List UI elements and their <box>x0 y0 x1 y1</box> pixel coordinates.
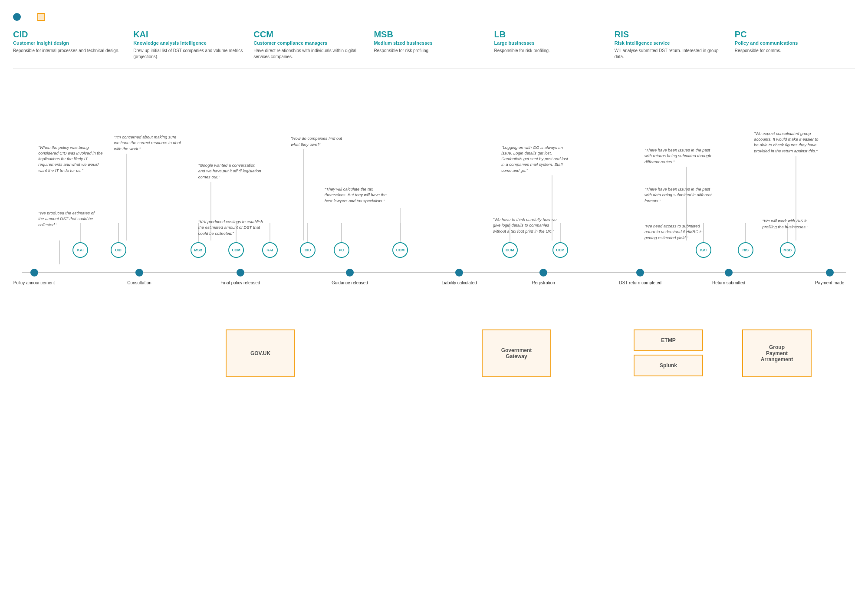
quote-connector-5 <box>552 175 552 240</box>
milestone-label-3: Guidance released <box>332 280 368 285</box>
team-col-pc: PC Policy and communications Responsible… <box>735 30 855 60</box>
team-desc: Responsible for risk profiling. <box>374 48 485 54</box>
milestone-dot-4 <box>455 269 463 277</box>
systems-square-icon <box>37 13 45 21</box>
team-acronym: CCM <box>253 30 365 40</box>
quote-10: "There have been issues in the past with… <box>644 186 712 204</box>
quote-3: "Google wanted a conversation and we hav… <box>198 162 261 180</box>
milestones-legend <box>13 13 24 21</box>
milestone-dot-7 <box>725 269 733 277</box>
team-acronym: RIS <box>615 30 726 40</box>
team-acronym: KAI <box>133 30 245 40</box>
milestone-circle-icon <box>13 13 21 21</box>
team-name: Large businesses <box>494 40 606 46</box>
quote-connector-1 <box>126 154 127 240</box>
tag-circle-cid-5: CID <box>300 242 316 258</box>
quote-connector-4 <box>400 208 401 240</box>
quotes-area: Policy announcementConsultationFinal pol… <box>13 82 855 308</box>
team-desc: Responsible for comms. <box>735 48 846 54</box>
teams-row: CID Customer insight design Reponsible f… <box>13 30 855 69</box>
milestone-dot-8 <box>826 269 834 277</box>
tag-circle-ccm-3: CCM <box>228 242 244 258</box>
team-name: Knowledge analysis intelligence <box>133 40 245 46</box>
milestone-label-5: Registration <box>532 280 555 285</box>
team-name: Policy and communications <box>735 40 846 46</box>
team-desc: Drew up initial list of DST companies an… <box>133 48 245 60</box>
team-desc: Will analyse submitted DST return. Inter… <box>615 48 726 60</box>
quote-connector-2 <box>210 182 211 240</box>
connector-line-1 <box>118 223 118 242</box>
quote-12: "We expect consolidated group accounts. … <box>754 131 823 154</box>
team-col-ris: RIS Risk intelligence service Will analy… <box>615 30 735 60</box>
team-name: Customer insight design <box>13 40 125 46</box>
team-name: Risk intelligence service <box>615 40 726 46</box>
key-legend <box>13 13 855 21</box>
system-etmp: ETMP <box>634 329 703 351</box>
connector-line-5 <box>308 223 308 242</box>
quote-5: "How do companies find out what they owe… <box>291 135 347 147</box>
quote-connector-0 <box>59 240 59 264</box>
team-acronym: PC <box>735 30 846 40</box>
milestone-label-8: Payment made <box>815 280 844 285</box>
milestone-label-6: DST return completed <box>619 280 661 285</box>
quote-connector-6 <box>687 167 687 240</box>
quote-connector-3 <box>303 149 304 240</box>
milestone-label-1: Consultation <box>127 280 151 285</box>
team-col-cid: CID Customer insight design Reponsible f… <box>13 30 133 60</box>
team-name: Customer compliance managers <box>253 40 365 46</box>
team-desc: Have direct relationships with individua… <box>253 48 365 60</box>
quote-7: "Logging on with GG is always an issue. … <box>501 145 571 173</box>
milestone-label-0: Policy announcement <box>13 280 55 285</box>
team-col-lb: LB Large businesses Responsible for risk… <box>494 30 615 60</box>
team-desc: Reponsible for internal processes and te… <box>13 48 125 54</box>
milestone-dot-2 <box>237 269 244 277</box>
team-acronym: CID <box>13 30 125 40</box>
quote-1: "When the policy was being considered CI… <box>38 145 108 173</box>
timeline-line <box>22 272 846 273</box>
tag-circle-kai-4: KAI <box>262 242 278 258</box>
quote-6: "They will calculate the tax themselves.… <box>325 186 392 204</box>
tag-circle-kai-0: KAI <box>72 242 88 258</box>
milestone-dot-5 <box>539 269 547 277</box>
milestone-dot-1 <box>135 269 143 277</box>
team-acronym: MSB <box>374 30 485 40</box>
milestone-label-2: Final policy released <box>220 280 260 285</box>
connector-line-11 <box>745 223 746 242</box>
system-splunk: Splunk <box>634 355 703 376</box>
system-government-gateway: GovernmentGateway <box>482 329 551 377</box>
page-container: CID Customer insight design Reponsible f… <box>0 0 868 395</box>
tag-circle-ccm-7: CCM <box>392 242 408 258</box>
tag-circle-cid-1: CID <box>111 242 126 258</box>
system-govuk: GOV.UK <box>226 329 295 377</box>
connector-line-6 <box>341 223 342 242</box>
team-desc: Responsible for risk profiling. <box>494 48 606 54</box>
milestone-dot-3 <box>346 269 354 277</box>
quote-4: "KAI produced costings to establish the … <box>198 219 263 236</box>
quote-2: "I'm concerned about making sure we have… <box>114 134 181 151</box>
quote-0: "We produced the estimates of the amount… <box>38 210 101 227</box>
tag-circle-msb-12: MSB <box>780 242 796 258</box>
team-col-msb: MSB Medium sized businesses Responsible … <box>374 30 494 60</box>
tag-circle-kai-10: KAI <box>696 242 711 258</box>
team-col-ccm: CCM Customer compliance managers Have di… <box>253 30 374 60</box>
quote-9: "There have been issues in the past with… <box>644 147 712 165</box>
connector-line-4 <box>270 223 270 242</box>
milestone-dot-6 <box>636 269 644 277</box>
key-section <box>13 13 855 21</box>
milestone-dot-0 <box>30 269 38 277</box>
timeline-section: Policy announcementConsultationFinal pol… <box>13 78 855 308</box>
systems-section: GOV.UKGovernmentGatewayETMPSplunkGroupPa… <box>13 321 855 386</box>
quote-11: "We need access to submitted return to u… <box>644 223 712 240</box>
quote-13: "We will work with RIS in profiling the … <box>763 218 819 230</box>
team-acronym: LB <box>494 30 606 40</box>
team-col-kai: KAI Knowledge analysis intelligence Drew… <box>133 30 253 60</box>
systems-legend <box>37 13 49 21</box>
quote-8: "We have to think carefully how we give … <box>493 217 560 234</box>
tag-circle-ris-11: RIS <box>738 242 753 258</box>
milestone-label-7: Return submitted <box>712 280 745 285</box>
tag-circle-pc-6: PC <box>334 242 349 258</box>
tag-circle-ccm-8: CCM <box>502 242 518 258</box>
tag-circle-ccm-9: CCM <box>552 242 568 258</box>
milestone-label-4: Liability calculated <box>442 280 477 285</box>
team-name: Medium sized businesses <box>374 40 485 46</box>
